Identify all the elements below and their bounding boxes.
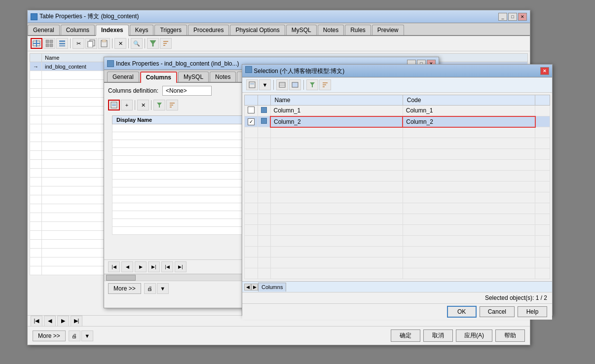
sel-extra-0 (535, 106, 550, 116)
selection-button-bar: OK Cancel Help (242, 303, 552, 320)
sel-row-empty-13 (245, 257, 550, 268)
tab-keys[interactable]: Keys (130, 25, 154, 35)
idx-print-dropdown[interactable]: ▼ (157, 283, 169, 294)
tab-notes[interactable]: Notes (318, 25, 344, 35)
close-button[interactable]: ✕ (518, 13, 527, 21)
tab-columns[interactable]: Columns (61, 25, 95, 35)
last-row-button[interactable]: ▶| (71, 316, 82, 327)
index-tab-general[interactable]: General (107, 72, 139, 82)
sel-help-button[interactable]: Help (518, 306, 547, 317)
checkbox-unchecked-0[interactable] (248, 107, 255, 113)
idx-prev-button[interactable]: ◀ (121, 261, 133, 272)
tab-mysql[interactable]: MySQL (286, 25, 317, 35)
sel-btn5[interactable] (319, 79, 331, 90)
tab-nav-left[interactable]: ◀ (244, 284, 251, 291)
filter-button[interactable] (147, 38, 159, 49)
tab-procedures[interactable]: Procedures (188, 25, 229, 35)
delete-button[interactable]: ✕ (114, 38, 126, 49)
sel-col-icon (258, 95, 271, 106)
columns-tab-label[interactable]: Columns (258, 283, 286, 291)
more-button[interactable]: More >> (33, 330, 66, 341)
restore-button[interactable]: □ (508, 13, 517, 21)
grid-button[interactable] (43, 38, 55, 49)
checkbox-checked-1[interactable]: ✓ (248, 118, 255, 125)
print-dropdown-button[interactable]: ▼ (81, 330, 93, 341)
sel-cancel-button[interactable]: Cancel (480, 306, 515, 317)
idx-filter-button[interactable] (153, 100, 165, 110)
cancel-button[interactable]: 取消 (423, 329, 453, 342)
index-icon (107, 60, 114, 67)
sel-ok-button[interactable]: OK (447, 306, 477, 318)
selection-table: Name Code Column_1 Column_1 (244, 95, 550, 279)
idx-last-button[interactable]: ▶| (148, 261, 160, 272)
print-button[interactable]: 🖨 (69, 330, 80, 341)
tab-preview[interactable]: Preview (372, 25, 404, 35)
sel-btn4[interactable] (306, 79, 318, 90)
sel-close-button[interactable]: ✕ (540, 67, 549, 75)
sel-code-0: Column_1 (403, 106, 535, 116)
search-button[interactable]: 🔍 (131, 38, 143, 49)
idx-print-button[interactable]: 🖨 (144, 283, 156, 294)
tab-triggers[interactable]: Triggers (154, 25, 187, 35)
sel-row-0[interactable]: Column_1 Column_1 (245, 106, 550, 116)
sel-row-empty-2 (245, 138, 550, 149)
copy-button[interactable] (85, 38, 97, 49)
cut-button[interactable]: ✂ (73, 38, 84, 49)
sel-checkbox-1[interactable]: ✓ (245, 116, 258, 127)
sel-col-code: Code (403, 95, 535, 106)
sel-col-check (245, 95, 258, 106)
svg-rect-14 (102, 40, 106, 42)
separator-1 (70, 38, 71, 48)
sel-dropdown1[interactable]: ▼ (259, 79, 271, 90)
sel-checkbox-0[interactable] (245, 106, 258, 116)
idx-sort-button[interactable] (166, 100, 178, 110)
sel-btn2[interactable] (276, 79, 288, 90)
minimize-button[interactable]: _ (498, 13, 507, 21)
sel-name-1: Column_2 (270, 116, 403, 127)
svg-rect-5 (46, 44, 49, 47)
row-arrow: → (30, 62, 42, 71)
add-row-button[interactable] (31, 38, 42, 49)
prev-row-button[interactable]: ◀ (44, 316, 56, 327)
apply-button[interactable]: 应用(A) (456, 329, 492, 342)
list-button[interactable] (56, 38, 68, 49)
index-tab-mysql[interactable]: MySQL (178, 72, 209, 82)
index-tab-columns[interactable]: Columns (140, 72, 177, 83)
table-icon (31, 13, 37, 20)
sort-button[interactable] (160, 38, 172, 49)
sel-btn1[interactable] (246, 79, 258, 90)
idx-more-button[interactable]: More >> (108, 283, 141, 294)
idx-add-button[interactable]: + (121, 100, 133, 110)
sel-code-1: Column_2 (403, 116, 535, 127)
tab-general[interactable]: General (28, 25, 60, 35)
tab-indexes[interactable]: Indexes (96, 25, 129, 36)
confirm-button[interactable]: 确定 (391, 329, 420, 342)
idx-nav5[interactable]: |◀ (161, 261, 173, 272)
sel-window-controls: ✕ (540, 67, 549, 75)
index-tab-notes[interactable]: Notes (210, 72, 236, 82)
idx-first-button[interactable]: |◀ (108, 261, 120, 272)
svg-rect-28 (279, 82, 285, 87)
help-button[interactable]: 帮助 (495, 329, 525, 342)
idx-nav6[interactable]: ▶| (175, 261, 186, 272)
sel-sep2 (303, 80, 304, 90)
svg-rect-19 (111, 102, 117, 108)
next-row-button[interactable]: ▶ (57, 316, 69, 327)
idx-scrollbar-thumb (106, 275, 136, 281)
sel-row-1[interactable]: ✓ Column_2 Column_2 (245, 116, 550, 127)
tab-rules[interactable]: Rules (345, 25, 371, 35)
idx-delete-button[interactable]: ✕ (137, 100, 149, 110)
svg-marker-22 (157, 103, 162, 108)
status-label: Selected object(s): (485, 294, 534, 301)
sel-btn3[interactable] (289, 79, 301, 90)
idx-select-button[interactable] (108, 100, 120, 110)
tab-nav-right[interactable]: ▶ (251, 284, 258, 291)
paste-button[interactable] (98, 38, 110, 49)
svg-rect-2 (33, 43, 40, 44)
sel-icon-1 (258, 116, 271, 127)
idx-next-button[interactable]: ▶ (135, 261, 147, 272)
first-row-button[interactable]: |◀ (31, 316, 42, 327)
tab-physical-options[interactable]: Physical Options (230, 25, 285, 35)
sel-row-empty-3 (245, 149, 550, 160)
selection-status-bar: Selected object(s): 1 / 2 (242, 292, 552, 303)
